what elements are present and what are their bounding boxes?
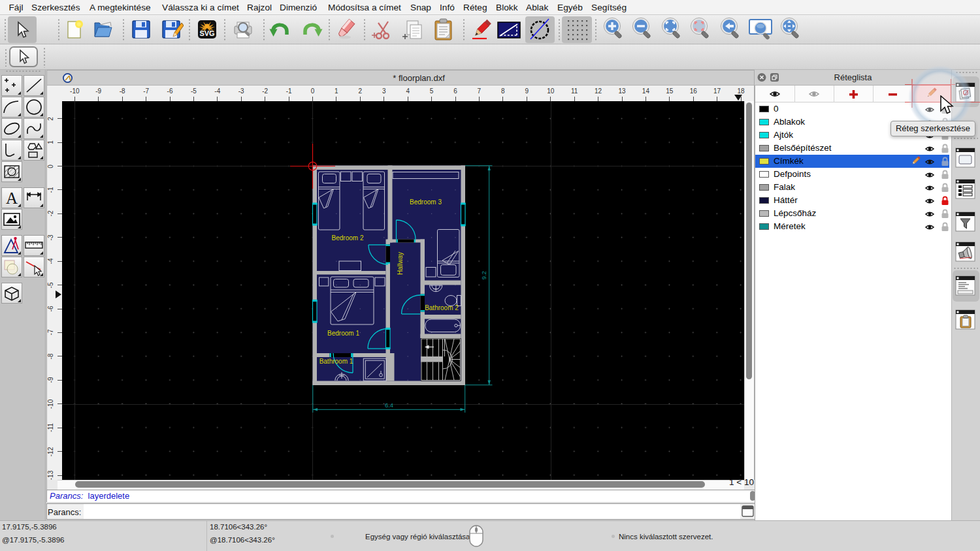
svg-text:9.2: 9.2 — [480, 271, 487, 279]
svg-text:Bedroom 1: Bedroom 1 — [327, 330, 359, 337]
svg-text:6.4: 6.4 — [385, 401, 393, 409]
svg-text:Bathroom 1: Bathroom 1 — [319, 358, 353, 365]
svg-text:Hallway: Hallway — [397, 252, 404, 275]
svg-text:Bathroom 2: Bathroom 2 — [425, 304, 459, 311]
svg-text:SVG: SVG — [199, 29, 214, 37]
svg-text:A: A — [6, 189, 18, 207]
svg-text:Bedroom 3: Bedroom 3 — [410, 198, 442, 206]
svg-text:Bedroom 2: Bedroom 2 — [332, 234, 364, 242]
